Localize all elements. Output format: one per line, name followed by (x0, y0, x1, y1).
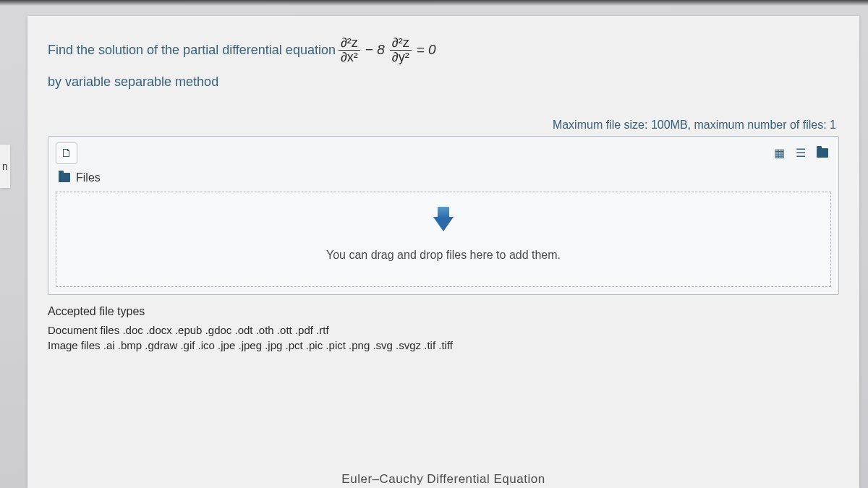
accepted-image-line: Image files .ai .bmp .gdraw .gif .ico .j… (48, 339, 839, 351)
prompt-line-2: by variable separable method (48, 74, 839, 90)
view-tree-icon[interactable] (814, 146, 831, 160)
download-arrow-icon (433, 217, 454, 231)
folder-icon (59, 173, 70, 182)
files-tab[interactable]: Files (48, 166, 838, 192)
dropzone-text: You can drag and drop files here to add … (326, 249, 561, 262)
view-grid-icon[interactable]: ▦ (770, 146, 788, 160)
prompt-before-equation: Find the solution of the partial differe… (48, 39, 336, 61)
next-question-cutoff: Euler–Cauchy Differential Equation (341, 472, 545, 487)
equation-tail: = 0 (414, 38, 438, 61)
folder-icon (817, 148, 828, 158)
files-tab-label: Files (76, 171, 101, 184)
left-nav-sliver[interactable]: n (0, 145, 10, 188)
file-picker: 🗋 ▦ ☰ Files You can d (48, 136, 839, 295)
fraction-d2z-dx2: ∂²z ∂x² (339, 36, 360, 64)
view-list-icon[interactable]: ☰ (792, 146, 809, 160)
add-file-button[interactable]: 🗋 (56, 142, 77, 164)
fraction-d2z-dy2: ∂²z ∂y² (390, 36, 412, 64)
document-icon: 🗋 (61, 147, 72, 160)
accepted-document-line: Document files .doc .docx .epub .gdoc .o… (48, 324, 839, 336)
upload-limits-text: Maximum file size: 100MB, maximum number… (48, 119, 839, 132)
equation-middle: − 8 (363, 38, 387, 61)
accepted-file-types: Accepted file types Document files .doc … (48, 305, 839, 351)
nav-sliver-letter: n (2, 160, 8, 172)
file-upload-block: Maximum file size: 100MB, maximum number… (48, 119, 839, 351)
page-content: Find the solution of the partial differe… (27, 16, 859, 488)
accepted-heading: Accepted file types (48, 305, 839, 318)
question-prompt: Find the solution of the partial differe… (48, 36, 839, 64)
file-dropzone[interactable]: You can drag and drop files here to add … (56, 192, 831, 287)
view-controls: ▦ ☰ (770, 146, 831, 160)
